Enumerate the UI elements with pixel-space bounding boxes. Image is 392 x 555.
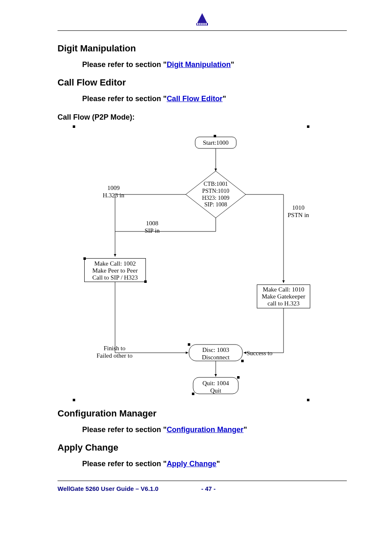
svg-rect-25 xyxy=(192,393,194,395)
subheading-call-flow: Call Flow (P2P Mode): xyxy=(58,113,347,122)
line-digit-manipulation: Please refer to section "Digit Manipulat… xyxy=(82,60,347,69)
rule-bottom xyxy=(58,481,347,481)
logo xyxy=(58,12,347,28)
text: Make Call: 1010Make Gatekeepercall to H.… xyxy=(262,286,305,307)
label-sip-in: 1008SIP in xyxy=(145,220,160,234)
text: Please refer to section " xyxy=(82,426,167,434)
label-pstn-in: 1010PSTN in xyxy=(288,204,309,219)
svg-rect-22 xyxy=(241,360,244,362)
link-digit-manipulation[interactable]: Digit Manipulation xyxy=(167,60,231,69)
label-h323-in: 1009H.323 in xyxy=(103,184,125,199)
line-config-manager: Please refer to section "Configuration M… xyxy=(82,426,347,434)
svg-rect-5 xyxy=(205,23,207,25)
label-finish: Finish toFailed other to xyxy=(97,345,132,359)
heading-call-flow-editor: Call Flow Editor xyxy=(58,77,347,88)
link-call-flow-editor[interactable]: Call Flow Editor xyxy=(167,95,223,103)
text: " xyxy=(244,426,247,434)
svg-rect-1 xyxy=(197,23,198,25)
heading-digit-manipulation: Digit Manipulation xyxy=(58,43,347,54)
text: Please refer to section " xyxy=(82,95,167,103)
text: Please refer to section " xyxy=(82,60,167,69)
node-disc: Disc: 1003Disconnect xyxy=(201,346,230,361)
svg-rect-3 xyxy=(201,23,203,25)
node-make-call-left: Make Call: 1002Make Peer to PeerCall to … xyxy=(84,258,146,282)
footer-page: - 47 - xyxy=(201,485,216,492)
call-flow-diagram: Start:1000 CTB:1001PSTN:1010H323: 1009SI… xyxy=(74,127,308,400)
rule-top xyxy=(58,30,347,31)
link-config-manager[interactable]: Configuration Manger xyxy=(167,426,244,434)
link-apply-change[interactable]: Apply Change xyxy=(167,460,217,468)
heading-apply-change: Apply Change xyxy=(58,442,347,453)
text: " xyxy=(231,60,235,69)
text: " xyxy=(223,95,226,103)
line-apply-change: Please refer to section "Apply Change" xyxy=(82,460,347,468)
line-call-flow-editor: Please refer to section "Call Flow Edito… xyxy=(82,95,347,103)
svg-rect-21 xyxy=(188,343,190,346)
logo-icon xyxy=(194,12,210,26)
node-quit: Quit: 1004Quit xyxy=(201,379,230,394)
text: Make Call: 1002Make Peer to PeerCall to … xyxy=(92,260,138,281)
footer-title: WellGate 5260 User Guide – V6.1.0 xyxy=(58,485,159,492)
text: " xyxy=(217,460,220,468)
heading-config-manager: Configuration Manager xyxy=(58,408,347,419)
svg-rect-4 xyxy=(203,23,205,25)
text: Please refer to section " xyxy=(82,460,167,468)
footer: WellGate 5260 User Guide – V6.1.0 - 47 - xyxy=(58,485,347,492)
label-success: Success to xyxy=(247,349,272,357)
node-start: Start:1000 xyxy=(197,139,234,146)
svg-rect-26 xyxy=(237,376,240,379)
node-make-call-right: Make Call: 1010Make Gatekeepercall to H.… xyxy=(257,284,310,308)
svg-rect-2 xyxy=(199,23,201,25)
svg-rect-7 xyxy=(214,135,216,137)
node-ctb: CTB:1001PSTN:1010H323: 1009SIP: 1008 xyxy=(191,181,240,208)
